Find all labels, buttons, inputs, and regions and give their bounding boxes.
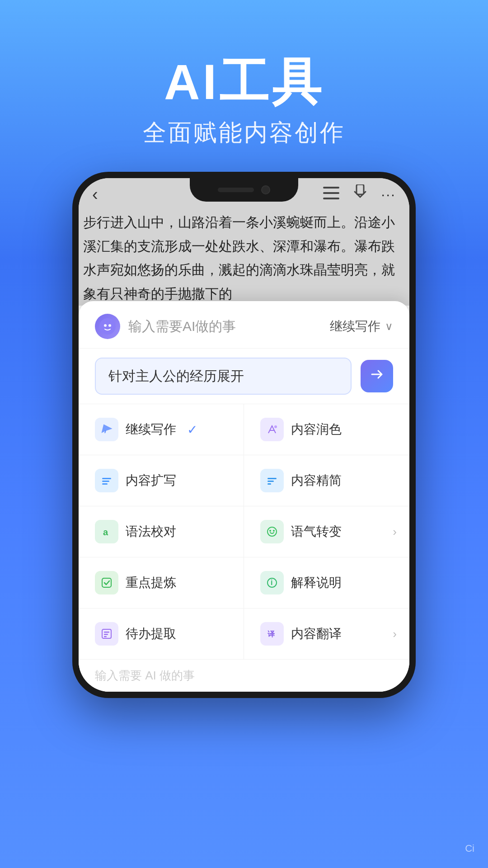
key-extract-icon	[95, 571, 118, 594]
svg-point-18	[269, 530, 271, 532]
ai-action-label: 继续写作	[330, 318, 380, 335]
svg-rect-20	[102, 578, 111, 587]
svg-rect-26	[104, 636, 107, 637]
svg-text:i: i	[271, 579, 272, 586]
svg-point-9	[274, 425, 277, 428]
ai-panel-header: 输入需要AI做的事 继续写作 ∨	[79, 301, 409, 349]
svg-rect-11	[102, 481, 109, 482]
translate-icon: 译	[260, 622, 284, 646]
svg-point-5	[104, 324, 107, 327]
svg-rect-0	[323, 187, 339, 189]
send-icon	[369, 367, 385, 386]
tone-change-label: 语气转变	[291, 523, 342, 540]
share-icon[interactable]	[353, 184, 367, 204]
ai-avatar	[95, 314, 120, 339]
grammar-check-label: 语法校对	[126, 523, 176, 540]
menu-item-tone-change[interactable]: 语气转变›	[244, 506, 409, 557]
menu-item-content-expand[interactable]: 内容扩写	[79, 455, 244, 506]
sub-title: 全面赋能内容创作	[0, 117, 488, 149]
notch-camera	[261, 185, 270, 194]
ai-action-selector[interactable]: 继续写作 ∨	[330, 318, 393, 335]
explain-icon: i	[260, 571, 284, 594]
bottom-bar: 输入需要 AI 做的事	[79, 660, 409, 692]
key-extract-label: 重点提炼	[126, 574, 176, 591]
menu-item-grammar-check[interactable]: a语法校对	[79, 506, 244, 557]
bottom-input-placeholder[interactable]: 输入需要 AI 做的事	[95, 668, 393, 684]
content-condense-icon	[260, 469, 284, 492]
svg-rect-3	[357, 184, 364, 194]
svg-text:译: 译	[267, 630, 275, 638]
menu-item-content-condense[interactable]: 内容精简	[244, 455, 409, 506]
translate-label: 内容翻译	[291, 625, 342, 642]
svg-point-19	[273, 530, 275, 532]
svg-rect-15	[267, 483, 271, 485]
title-area: AI工具 全面赋能内容创作	[0, 0, 488, 149]
content-condense-label: 内容精简	[291, 472, 342, 489]
ai-input-area	[79, 349, 409, 404]
top-icons: ···	[323, 184, 396, 204]
todo-extract-icon	[95, 622, 118, 646]
menu-item-content-polish[interactable]: 内容润色	[244, 404, 409, 455]
phone-screen: ‹ ···	[79, 178, 409, 692]
ai-prompt-label: 输入需要AI做的事	[128, 317, 236, 336]
list-icon[interactable]	[323, 186, 339, 203]
svg-text:a: a	[103, 527, 108, 537]
watermark: Ci	[465, 843, 474, 854]
checkmark-icon: ✓	[187, 422, 197, 437]
menu-item-todo-extract[interactable]: 待办提取	[79, 609, 244, 660]
svg-point-4	[99, 318, 116, 335]
phone-mockup: ‹ ···	[72, 172, 416, 698]
svg-rect-12	[102, 483, 108, 485]
grammar-check-icon: a	[95, 520, 118, 543]
svg-rect-24	[104, 632, 109, 633]
svg-rect-2	[323, 198, 339, 199]
back-icon[interactable]: ‹	[92, 185, 98, 204]
tone-change-icon	[260, 520, 284, 543]
svg-rect-10	[102, 478, 111, 479]
content-expand-label: 内容扩写	[126, 472, 176, 489]
continue-write-icon	[95, 418, 118, 441]
ai-send-button[interactable]	[361, 360, 393, 392]
phone-notch	[190, 178, 298, 202]
ai-header-left: 输入需要AI做的事	[95, 314, 236, 339]
svg-point-6	[108, 324, 111, 327]
menu-item-explain[interactable]: i解释说明	[244, 557, 409, 609]
ai-panel: 输入需要AI做的事 继续写作 ∨	[79, 301, 409, 692]
phone-frame: ‹ ···	[72, 172, 416, 698]
document-text: 步行进入山中，山路沿着一条小溪蜿蜒而上。沿途小溪汇集的支流形成一处处跌水、深潭和…	[79, 211, 409, 306]
svg-rect-14	[267, 481, 274, 482]
content-polish-label: 内容润色	[291, 421, 342, 438]
notch-speaker	[218, 188, 254, 192]
continue-write-label: 继续写作	[126, 421, 176, 438]
svg-rect-13	[267, 478, 277, 479]
content-expand-icon	[95, 469, 118, 492]
menu-item-continue-write[interactable]: 继续写作✓	[79, 404, 244, 455]
arrow-right-icon: ›	[393, 525, 397, 539]
menu-item-translate[interactable]: 译内容翻译›	[244, 609, 409, 660]
arrow-right-icon: ›	[393, 627, 397, 641]
explain-label: 解释说明	[291, 574, 342, 591]
content-polish-icon	[260, 418, 284, 441]
menu-grid: 继续写作✓内容润色内容扩写内容精简a语法校对语气转变›重点提炼i解释说明待办提取…	[79, 404, 409, 660]
menu-item-key-extract[interactable]: 重点提炼	[79, 557, 244, 609]
chevron-down-icon[interactable]: ∨	[385, 320, 393, 333]
todo-extract-label: 待办提取	[126, 625, 176, 642]
main-title: AI工具	[0, 54, 488, 109]
more-icon[interactable]: ···	[381, 186, 396, 203]
svg-rect-1	[323, 192, 339, 194]
svg-rect-25	[104, 634, 108, 635]
svg-point-17	[267, 527, 277, 536]
ai-text-input[interactable]	[95, 358, 352, 395]
